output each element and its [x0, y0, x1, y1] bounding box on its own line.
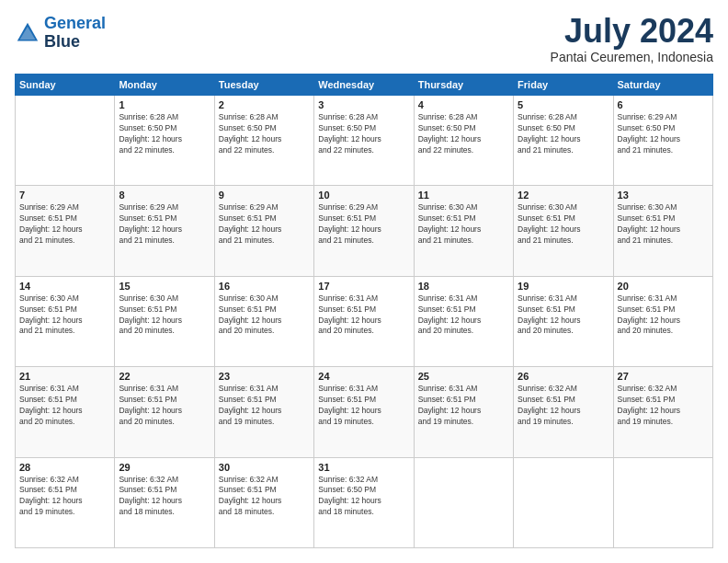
- cell-sun-info: Sunrise: 6:28 AM Sunset: 6:50 PM Dayligh…: [318, 112, 409, 156]
- cell-sun-info: Sunrise: 6:31 AM Sunset: 6:51 PM Dayligh…: [318, 293, 409, 338]
- day-number: 30: [219, 462, 310, 473]
- day-number: 1: [119, 99, 210, 110]
- day-number: 4: [418, 99, 509, 110]
- calendar-cell: 10Sunrise: 6:29 AM Sunset: 6:51 PM Dayli…: [314, 186, 414, 276]
- calendar-row: 21Sunrise: 6:31 AM Sunset: 6:51 PM Dayli…: [16, 367, 713, 457]
- cell-sun-info: Sunrise: 6:31 AM Sunset: 6:51 PM Dayligh…: [219, 384, 310, 428]
- calendar-cell: 27Sunrise: 6:32 AM Sunset: 6:51 PM Dayli…: [613, 367, 712, 457]
- weekday-header-cell: Wednesday: [314, 75, 414, 96]
- day-number: 26: [518, 371, 609, 382]
- day-number: 17: [318, 281, 409, 292]
- weekday-header-cell: Thursday: [414, 75, 513, 96]
- month-year: July 2024: [551, 15, 713, 48]
- day-number: 20: [618, 281, 709, 292]
- calendar-cell: 28Sunrise: 6:32 AM Sunset: 6:51 PM Dayli…: [16, 457, 115, 547]
- logo: General Blue: [15, 15, 106, 52]
- day-number: 11: [418, 190, 509, 201]
- cell-sun-info: Sunrise: 6:32 AM Sunset: 6:51 PM Dayligh…: [19, 475, 110, 519]
- calendar-body: 1Sunrise: 6:28 AM Sunset: 6:50 PM Daylig…: [16, 96, 713, 548]
- day-number: 28: [19, 462, 110, 473]
- weekday-header-row: SundayMondayTuesdayWednesdayThursdayFrid…: [16, 75, 713, 96]
- day-number: 19: [518, 281, 609, 292]
- calendar-cell: 2Sunrise: 6:28 AM Sunset: 6:50 PM Daylig…: [214, 96, 313, 186]
- day-number: 14: [19, 281, 110, 292]
- calendar-table: SundayMondayTuesdayWednesdayThursdayFrid…: [15, 74, 713, 548]
- weekday-header-cell: Monday: [115, 75, 214, 96]
- cell-sun-info: Sunrise: 6:28 AM Sunset: 6:50 PM Dayligh…: [518, 112, 609, 156]
- day-number: 10: [318, 190, 409, 201]
- day-number: 3: [318, 99, 409, 110]
- calendar-cell: 14Sunrise: 6:30 AM Sunset: 6:51 PM Dayli…: [16, 276, 115, 366]
- calendar-cell: 7Sunrise: 6:29 AM Sunset: 6:51 PM Daylig…: [16, 186, 115, 276]
- day-number: 24: [318, 371, 409, 382]
- cell-sun-info: Sunrise: 6:30 AM Sunset: 6:51 PM Dayligh…: [618, 202, 709, 247]
- calendar-cell: 22Sunrise: 6:31 AM Sunset: 6:51 PM Dayli…: [115, 367, 214, 457]
- calendar-cell: 13Sunrise: 6:30 AM Sunset: 6:51 PM Dayli…: [613, 186, 712, 276]
- calendar-cell: 21Sunrise: 6:31 AM Sunset: 6:51 PM Dayli…: [16, 367, 115, 457]
- calendar-row: 14Sunrise: 6:30 AM Sunset: 6:51 PM Dayli…: [16, 276, 713, 366]
- cell-sun-info: Sunrise: 6:28 AM Sunset: 6:50 PM Dayligh…: [418, 112, 509, 156]
- calendar-row: 1Sunrise: 6:28 AM Sunset: 6:50 PM Daylig…: [16, 96, 713, 186]
- cell-sun-info: Sunrise: 6:29 AM Sunset: 6:51 PM Dayligh…: [318, 202, 409, 247]
- calendar-cell: 24Sunrise: 6:31 AM Sunset: 6:51 PM Dayli…: [314, 367, 414, 457]
- calendar-cell: 20Sunrise: 6:31 AM Sunset: 6:51 PM Dayli…: [613, 276, 712, 366]
- day-number: 25: [418, 371, 509, 382]
- location: Pantai Ceuremen, Indonesia: [551, 50, 713, 64]
- cell-sun-info: Sunrise: 6:30 AM Sunset: 6:51 PM Dayligh…: [19, 293, 110, 338]
- cell-sun-info: Sunrise: 6:29 AM Sunset: 6:51 PM Dayligh…: [19, 202, 110, 247]
- cell-sun-info: Sunrise: 6:29 AM Sunset: 6:51 PM Dayligh…: [219, 202, 310, 247]
- day-number: 12: [518, 190, 609, 201]
- calendar-cell: 26Sunrise: 6:32 AM Sunset: 6:51 PM Dayli…: [514, 367, 613, 457]
- day-number: 23: [219, 371, 310, 382]
- page: General Blue July 2024 Pantai Ceuremen, …: [0, 0, 728, 563]
- day-number: 22: [119, 371, 210, 382]
- calendar-cell: [514, 457, 613, 547]
- day-number: 8: [119, 190, 210, 201]
- day-number: 13: [618, 190, 709, 201]
- calendar-cell: 17Sunrise: 6:31 AM Sunset: 6:51 PM Dayli…: [314, 276, 414, 366]
- day-number: 29: [119, 462, 210, 473]
- calendar-cell: 5Sunrise: 6:28 AM Sunset: 6:50 PM Daylig…: [514, 96, 613, 186]
- calendar-cell: 12Sunrise: 6:30 AM Sunset: 6:51 PM Dayli…: [514, 186, 613, 276]
- cell-sun-info: Sunrise: 6:32 AM Sunset: 6:50 PM Dayligh…: [318, 475, 409, 519]
- calendar-cell: 31Sunrise: 6:32 AM Sunset: 6:50 PM Dayli…: [314, 457, 414, 547]
- day-number: 16: [219, 281, 310, 292]
- cell-sun-info: Sunrise: 6:31 AM Sunset: 6:51 PM Dayligh…: [418, 293, 509, 338]
- calendar-cell: 29Sunrise: 6:32 AM Sunset: 6:51 PM Dayli…: [115, 457, 214, 547]
- cell-sun-info: Sunrise: 6:31 AM Sunset: 6:51 PM Dayligh…: [618, 293, 709, 338]
- calendar-cell: 15Sunrise: 6:30 AM Sunset: 6:51 PM Dayli…: [115, 276, 214, 366]
- calendar-cell: 19Sunrise: 6:31 AM Sunset: 6:51 PM Dayli…: [514, 276, 613, 366]
- cell-sun-info: Sunrise: 6:32 AM Sunset: 6:51 PM Dayligh…: [518, 384, 609, 428]
- cell-sun-info: Sunrise: 6:29 AM Sunset: 6:51 PM Dayligh…: [119, 202, 210, 247]
- day-number: 6: [618, 99, 709, 110]
- cell-sun-info: Sunrise: 6:30 AM Sunset: 6:51 PM Dayligh…: [518, 202, 609, 247]
- day-number: 9: [219, 190, 310, 201]
- calendar-cell: 8Sunrise: 6:29 AM Sunset: 6:51 PM Daylig…: [115, 186, 214, 276]
- cell-sun-info: Sunrise: 6:30 AM Sunset: 6:51 PM Dayligh…: [119, 293, 210, 338]
- day-number: 5: [518, 99, 609, 110]
- calendar-cell: 30Sunrise: 6:32 AM Sunset: 6:51 PM Dayli…: [214, 457, 313, 547]
- cell-sun-info: Sunrise: 6:31 AM Sunset: 6:51 PM Dayligh…: [119, 384, 210, 428]
- cell-sun-info: Sunrise: 6:29 AM Sunset: 6:50 PM Dayligh…: [618, 112, 709, 156]
- calendar-row: 28Sunrise: 6:32 AM Sunset: 6:51 PM Dayli…: [16, 457, 713, 547]
- cell-sun-info: Sunrise: 6:32 AM Sunset: 6:51 PM Dayligh…: [119, 475, 210, 519]
- weekday-header-cell: Saturday: [613, 75, 712, 96]
- calendar-cell: [414, 457, 513, 547]
- calendar-cell: 9Sunrise: 6:29 AM Sunset: 6:51 PM Daylig…: [214, 186, 313, 276]
- calendar-cell: 6Sunrise: 6:29 AM Sunset: 6:50 PM Daylig…: [613, 96, 712, 186]
- cell-sun-info: Sunrise: 6:31 AM Sunset: 6:51 PM Dayligh…: [318, 384, 409, 428]
- day-number: 2: [219, 99, 310, 110]
- cell-sun-info: Sunrise: 6:31 AM Sunset: 6:51 PM Dayligh…: [19, 384, 110, 428]
- calendar-cell: 16Sunrise: 6:30 AM Sunset: 6:51 PM Dayli…: [214, 276, 313, 366]
- day-number: 7: [19, 190, 110, 201]
- cell-sun-info: Sunrise: 6:31 AM Sunset: 6:51 PM Dayligh…: [418, 384, 509, 428]
- logo-icon: [15, 20, 40, 46]
- day-number: 15: [119, 281, 210, 292]
- day-number: 27: [618, 371, 709, 382]
- title-section: July 2024 Pantai Ceuremen, Indonesia: [551, 15, 713, 64]
- day-number: 31: [318, 462, 409, 473]
- cell-sun-info: Sunrise: 6:32 AM Sunset: 6:51 PM Dayligh…: [618, 384, 709, 428]
- cell-sun-info: Sunrise: 6:30 AM Sunset: 6:51 PM Dayligh…: [418, 202, 509, 247]
- day-number: 21: [19, 371, 110, 382]
- weekday-header-cell: Friday: [514, 75, 613, 96]
